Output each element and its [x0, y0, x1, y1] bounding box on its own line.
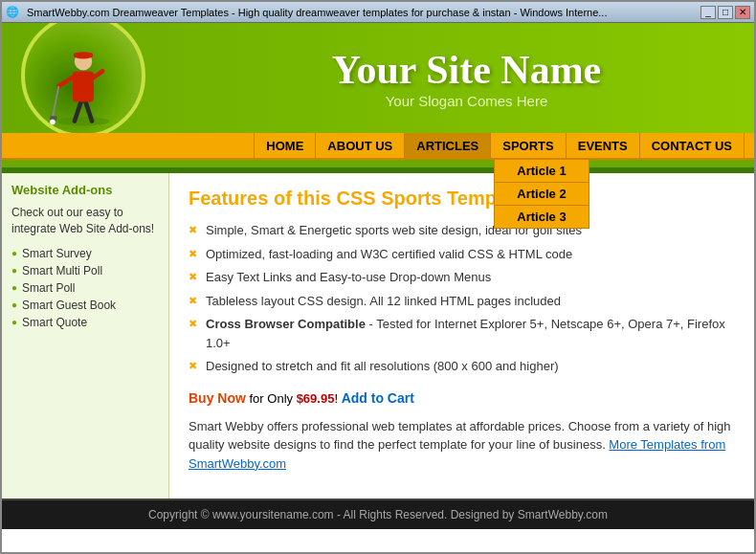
feature-item: Designed to stretch and fit all resoluti… — [189, 357, 735, 376]
sidebar-description: Check out our easy to integrate Web Site… — [11, 205, 159, 237]
list-item: Smart Quote — [11, 316, 159, 329]
svg-point-11 — [50, 120, 56, 125]
buy-price: $69.95 — [297, 391, 335, 406]
sidebar-link-poll[interactable]: Smart Poll — [22, 281, 75, 295]
svg-rect-3 — [73, 71, 94, 101]
dropdown-article1[interactable]: Article 1 — [494, 160, 589, 183]
feature-item: Easy Text Links and Easy-to-use Drop-dow… — [189, 268, 735, 287]
nav-container: HOME ABOUT US ARTICLES SPORTS EVENTS CON… — [2, 133, 754, 160]
footer-text: Copyright © www.yoursitename.com - All R… — [148, 508, 608, 521]
close-button[interactable]: ✕ — [735, 6, 750, 19]
content-area: Features of this CSS Sports Template Sim… — [169, 173, 754, 499]
svg-line-8 — [94, 71, 102, 77]
nav-home[interactable]: HOME — [254, 133, 316, 158]
sidebar-link-survey[interactable]: Smart Survey — [22, 247, 92, 260]
nav-contact[interactable]: CONTACT US — [640, 133, 745, 158]
description-text: Smart Webby offers professional web temp… — [189, 417, 735, 474]
window-title: SmartWebby.com Dreamweaver Templates - H… — [27, 7, 695, 18]
sidebar: Website Add-ons Check out our easy to in… — [2, 173, 169, 499]
navbar: HOME ABOUT US ARTICLES SPORTS EVENTS CON… — [2, 133, 754, 160]
titlebar: 🌐 SmartWebby.com Dreamweaver Templates -… — [2, 2, 754, 23]
footer: Copyright © www.yoursitename.com - All R… — [2, 499, 754, 529]
nav-about[interactable]: ABOUT US — [316, 133, 405, 158]
list-item: Smart Poll — [11, 281, 159, 295]
nav-articles[interactable]: ARTICLES — [405, 133, 491, 158]
main-layout: Website Add-ons Check out our easy to in… — [2, 173, 754, 499]
green-banner — [2, 160, 754, 167]
nav-events[interactable]: EVENTS — [567, 133, 640, 158]
header: Your Site Name Your Slogan Comes Here — [2, 23, 754, 133]
maximize-button[interactable]: □ — [718, 6, 733, 19]
list-item: Smart Survey — [11, 247, 159, 260]
nav-sports[interactable]: SPORTS — [491, 133, 566, 158]
dropdown-article3[interactable]: Article 3 — [494, 206, 589, 229]
site-title-area: Your Site Name Your Slogan Comes Here — [179, 47, 754, 109]
buy-now-link[interactable]: Buy Now — [189, 390, 246, 406]
buy-text-pre: for Only — [246, 391, 297, 406]
sidebar-link-guest-book[interactable]: Smart Guest Book — [22, 299, 116, 312]
features-list: Simple, Smart & Energetic sports web sit… — [189, 221, 735, 376]
svg-line-7 — [58, 78, 73, 86]
articles-dropdown-inner: Article 1 Article 2 Article 3 — [494, 160, 589, 229]
content-title: Features of this CSS Sports Template — [189, 188, 735, 210]
feature-item: Optimized, fast-loading and W3C certifie… — [189, 245, 735, 264]
browser-icon: 🌐 — [6, 6, 19, 18]
list-item: Smart Guest Book — [11, 299, 159, 312]
minimize-button[interactable]: _ — [700, 6, 716, 19]
cross-browser-label: Cross Browser Compatible — [206, 317, 366, 331]
buy-now-section: Buy Now for Only $69.95! Add to Cart — [189, 390, 735, 406]
buy-text-post: ! — [334, 391, 341, 406]
golfer-image — [21, 23, 145, 133]
sidebar-heading: Website Add-ons — [11, 183, 159, 197]
sidebar-links-list: Smart Survey Smart Multi Poll Smart Poll… — [11, 247, 159, 329]
feature-item: Simple, Smart & Energetic sports web sit… — [189, 221, 735, 240]
svg-line-9 — [53, 86, 58, 118]
svg-rect-6 — [74, 53, 93, 57]
add-to-cart-link[interactable]: Add to Cart — [342, 390, 414, 406]
feature-item: Tableless layout CSS design. All 12 link… — [189, 292, 735, 311]
site-slogan: Your Slogan Comes Here — [179, 93, 754, 109]
site-name: Your Site Name — [179, 47, 754, 93]
feature-item: Cross Browser Compatible - Tested for In… — [189, 315, 735, 352]
logo-area — [2, 23, 179, 133]
sidebar-link-quote[interactable]: Smart Quote — [22, 316, 87, 329]
svg-point-0 — [57, 117, 110, 125]
list-item: Smart Multi Poll — [11, 264, 159, 277]
dropdown-article2[interactable]: Article 2 — [494, 183, 589, 206]
sidebar-link-multi-poll[interactable]: Smart Multi Poll — [22, 264, 102, 277]
